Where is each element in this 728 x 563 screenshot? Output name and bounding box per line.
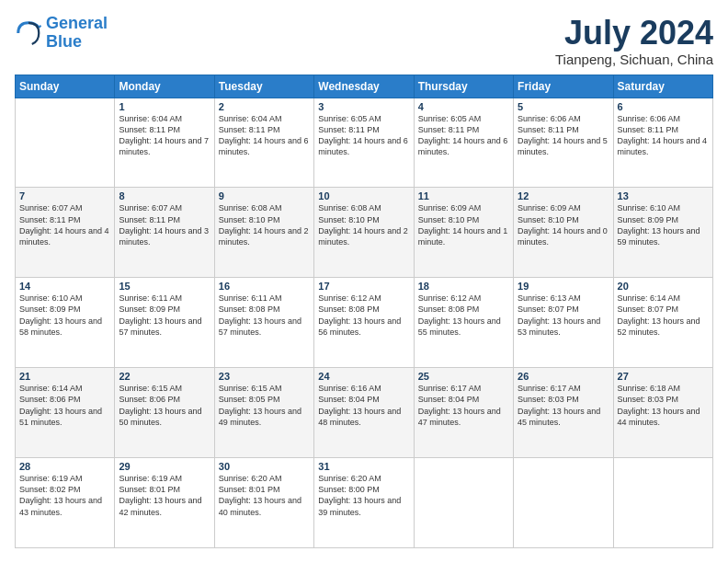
weekday-header-friday: Friday: [514, 75, 613, 98]
weekday-header-wednesday: Wednesday: [314, 75, 414, 98]
day-info: Sunrise: 6:04 AMSunset: 8:11 PMDaylight:…: [119, 113, 210, 158]
calendar-cell: 6Sunrise: 6:06 AMSunset: 8:11 PMDaylight…: [613, 98, 712, 188]
calendar-cell: 8Sunrise: 6:07 AMSunset: 8:11 PMDaylight…: [115, 188, 214, 278]
day-number: 27: [618, 371, 709, 382]
calendar-cell: 1Sunrise: 6:04 AMSunset: 8:11 PMDaylight…: [115, 98, 214, 188]
calendar-header-row: SundayMondayTuesdayWednesdayThursdayFrid…: [16, 75, 713, 98]
logo-icon: [15, 19, 42, 47]
calendar-cell: 2Sunrise: 6:04 AMSunset: 8:11 PMDaylight…: [214, 98, 313, 188]
calendar-cell: 14Sunrise: 6:10 AMSunset: 8:09 PMDayligh…: [16, 278, 115, 368]
weekday-header-saturday: Saturday: [613, 75, 712, 98]
title-location: Tianpeng, Sichuan, China: [555, 52, 713, 67]
day-info: Sunrise: 6:17 AMSunset: 8:03 PMDaylight:…: [518, 383, 609, 428]
day-info: Sunrise: 6:19 AMSunset: 8:02 PMDaylight:…: [19, 473, 110, 518]
day-number: 9: [219, 190, 310, 201]
day-number: 13: [618, 190, 709, 201]
weekday-header-monday: Monday: [115, 75, 214, 98]
day-number: 1: [119, 101, 210, 112]
day-number: 8: [119, 190, 210, 201]
calendar-cell: 4Sunrise: 6:05 AMSunset: 8:11 PMDaylight…: [414, 98, 513, 188]
day-number: 11: [418, 190, 509, 201]
day-number: 3: [318, 101, 409, 112]
day-number: 2: [219, 101, 310, 112]
title-block: July 2024 Tianpeng, Sichuan, China: [555, 15, 713, 67]
day-info: Sunrise: 6:04 AMSunset: 8:11 PMDaylight:…: [219, 113, 310, 158]
day-info: Sunrise: 6:08 AMSunset: 8:10 PMDaylight:…: [219, 202, 310, 247]
page: General Blue July 2024 Tianpeng, Sichuan…: [0, 0, 728, 563]
day-number: 7: [19, 190, 110, 201]
day-info: Sunrise: 6:08 AMSunset: 8:10 PMDaylight:…: [318, 202, 409, 247]
calendar-cell: [514, 458, 613, 548]
day-number: 28: [19, 461, 110, 472]
day-number: 16: [219, 281, 310, 292]
logo-line1: General: [46, 14, 108, 32]
day-info: Sunrise: 6:13 AMSunset: 8:07 PMDaylight:…: [518, 293, 609, 338]
calendar-cell: 13Sunrise: 6:10 AMSunset: 8:09 PMDayligh…: [613, 188, 712, 278]
day-info: Sunrise: 6:10 AMSunset: 8:09 PMDaylight:…: [618, 202, 709, 247]
logo: General Blue: [15, 15, 108, 52]
day-number: 19: [518, 281, 609, 292]
calendar-cell: 19Sunrise: 6:13 AMSunset: 8:07 PMDayligh…: [514, 278, 613, 368]
day-number: 5: [518, 101, 609, 112]
day-number: 4: [418, 101, 509, 112]
calendar-cell: 28Sunrise: 6:19 AMSunset: 8:02 PMDayligh…: [16, 458, 115, 548]
calendar-cell: 5Sunrise: 6:06 AMSunset: 8:11 PMDaylight…: [514, 98, 613, 188]
day-info: Sunrise: 6:11 AMSunset: 8:09 PMDaylight:…: [119, 293, 210, 338]
day-info: Sunrise: 6:12 AMSunset: 8:08 PMDaylight:…: [418, 293, 509, 338]
day-info: Sunrise: 6:15 AMSunset: 8:05 PMDaylight:…: [219, 383, 310, 428]
calendar-cell: 31Sunrise: 6:20 AMSunset: 8:00 PMDayligh…: [314, 458, 414, 548]
day-number: 24: [318, 371, 409, 382]
day-number: 12: [518, 190, 609, 201]
calendar-cell: 20Sunrise: 6:14 AMSunset: 8:07 PMDayligh…: [613, 278, 712, 368]
day-number: 23: [219, 371, 310, 382]
weekday-header-thursday: Thursday: [414, 75, 513, 98]
weekday-header-sunday: Sunday: [16, 75, 115, 98]
day-info: Sunrise: 6:15 AMSunset: 8:06 PMDaylight:…: [119, 383, 210, 428]
day-info: Sunrise: 6:06 AMSunset: 8:11 PMDaylight:…: [618, 113, 709, 158]
day-number: 17: [318, 281, 409, 292]
calendar-cell: 26Sunrise: 6:17 AMSunset: 8:03 PMDayligh…: [514, 368, 613, 458]
day-number: 26: [518, 371, 609, 382]
day-info: Sunrise: 6:05 AMSunset: 8:11 PMDaylight:…: [418, 113, 509, 158]
calendar-cell: 25Sunrise: 6:17 AMSunset: 8:04 PMDayligh…: [414, 368, 513, 458]
day-info: Sunrise: 6:10 AMSunset: 8:09 PMDaylight:…: [19, 293, 110, 338]
calendar-week-row: 28Sunrise: 6:19 AMSunset: 8:02 PMDayligh…: [16, 458, 713, 548]
day-info: Sunrise: 6:09 AMSunset: 8:10 PMDaylight:…: [518, 202, 609, 247]
calendar-cell: 11Sunrise: 6:09 AMSunset: 8:10 PMDayligh…: [414, 188, 513, 278]
calendar-cell: 7Sunrise: 6:07 AMSunset: 8:11 PMDaylight…: [16, 188, 115, 278]
calendar-cell: 24Sunrise: 6:16 AMSunset: 8:04 PMDayligh…: [314, 368, 414, 458]
day-number: 14: [19, 281, 110, 292]
calendar-cell: 12Sunrise: 6:09 AMSunset: 8:10 PMDayligh…: [514, 188, 613, 278]
day-info: Sunrise: 6:09 AMSunset: 8:10 PMDaylight:…: [418, 202, 509, 247]
calendar-cell: 15Sunrise: 6:11 AMSunset: 8:09 PMDayligh…: [115, 278, 214, 368]
calendar-cell: 10Sunrise: 6:08 AMSunset: 8:10 PMDayligh…: [314, 188, 414, 278]
logo-line2: Blue: [46, 32, 82, 51]
day-info: Sunrise: 6:16 AMSunset: 8:04 PMDaylight:…: [318, 383, 409, 428]
calendar-cell: 29Sunrise: 6:19 AMSunset: 8:01 PMDayligh…: [115, 458, 214, 548]
calendar-cell: 3Sunrise: 6:05 AMSunset: 8:11 PMDaylight…: [314, 98, 414, 188]
calendar-cell: [16, 98, 115, 188]
logo-text: General Blue: [46, 15, 108, 52]
day-info: Sunrise: 6:07 AMSunset: 8:11 PMDaylight:…: [19, 202, 110, 247]
day-info: Sunrise: 6:18 AMSunset: 8:03 PMDaylight:…: [618, 383, 709, 428]
calendar-cell: 16Sunrise: 6:11 AMSunset: 8:08 PMDayligh…: [214, 278, 313, 368]
day-number: 31: [318, 461, 409, 472]
calendar-week-row: 7Sunrise: 6:07 AMSunset: 8:11 PMDaylight…: [16, 188, 713, 278]
day-number: 15: [119, 281, 210, 292]
day-number: 22: [119, 371, 210, 382]
day-info: Sunrise: 6:19 AMSunset: 8:01 PMDaylight:…: [119, 473, 210, 518]
calendar-cell: [613, 458, 712, 548]
day-info: Sunrise: 6:20 AMSunset: 8:00 PMDaylight:…: [318, 473, 409, 518]
day-info: Sunrise: 6:12 AMSunset: 8:08 PMDaylight:…: [318, 293, 409, 338]
day-info: Sunrise: 6:14 AMSunset: 8:06 PMDaylight:…: [19, 383, 110, 428]
day-number: 18: [418, 281, 509, 292]
calendar-cell: 27Sunrise: 6:18 AMSunset: 8:03 PMDayligh…: [613, 368, 712, 458]
day-info: Sunrise: 6:11 AMSunset: 8:08 PMDaylight:…: [219, 293, 310, 338]
calendar-week-row: 1Sunrise: 6:04 AMSunset: 8:11 PMDaylight…: [16, 98, 713, 188]
calendar-cell: 22Sunrise: 6:15 AMSunset: 8:06 PMDayligh…: [115, 368, 214, 458]
calendar-week-row: 21Sunrise: 6:14 AMSunset: 8:06 PMDayligh…: [16, 368, 713, 458]
calendar-table: SundayMondayTuesdayWednesdayThursdayFrid…: [15, 75, 713, 548]
title-month: July 2024: [555, 15, 713, 52]
day-info: Sunrise: 6:20 AMSunset: 8:01 PMDaylight:…: [219, 473, 310, 518]
day-info: Sunrise: 6:14 AMSunset: 8:07 PMDaylight:…: [618, 293, 709, 338]
